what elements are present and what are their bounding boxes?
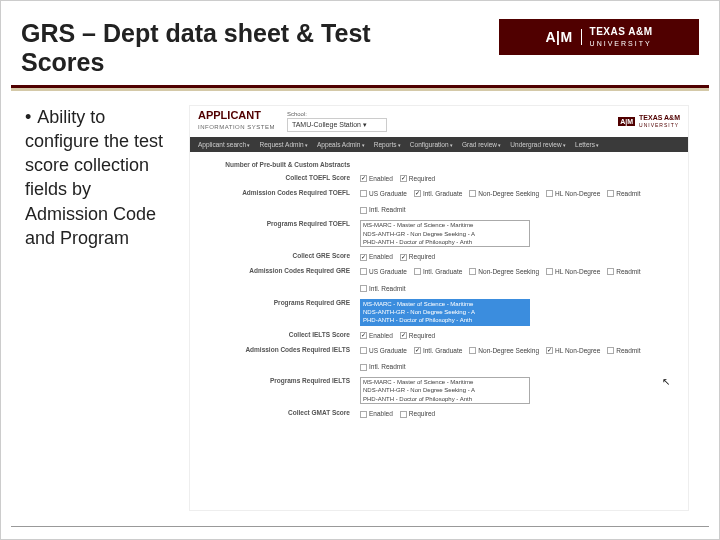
atm-mark: A|M bbox=[545, 29, 581, 45]
nav-item[interactable]: Configuration bbox=[410, 141, 453, 148]
footer-divider bbox=[11, 526, 709, 527]
nav-item[interactable]: Reports bbox=[374, 141, 401, 148]
slide: GRS – Dept data sheet & Test Scores A|M … bbox=[0, 0, 720, 540]
checkbox-required[interactable]: ✓Required bbox=[400, 174, 435, 184]
checkbox-enabled[interactable]: ✓Enabled bbox=[360, 174, 393, 184]
school-select[interactable]: School: TAMU-College Station ▾ bbox=[287, 111, 387, 132]
app-navbar: Applicant search Request Admin Appeals A… bbox=[190, 137, 688, 152]
header: GRS – Dept data sheet & Test Scores A|M … bbox=[1, 1, 719, 85]
content: •Ability to configure the test score col… bbox=[1, 91, 719, 521]
tamu-mini-logo: A|M TEXAS A&MUNIVERSITY bbox=[618, 114, 680, 128]
nav-item[interactable]: Appeals Admin bbox=[317, 141, 365, 148]
bullet-text: •Ability to configure the test score col… bbox=[25, 105, 175, 511]
listbox-gre[interactable]: MS-MARC - Master of Science - Maritime N… bbox=[360, 299, 530, 326]
nav-item[interactable]: Undergrad review bbox=[510, 141, 566, 148]
form-area: Number of Pre-built & Custom Abstracts C… bbox=[190, 152, 688, 428]
listbox-toefl[interactable]: MS-MARC - Master of Science - Maritime N… bbox=[360, 220, 530, 247]
nav-item[interactable]: Applicant search bbox=[198, 141, 250, 148]
tamu-logo: A|M TEXAS A&MUNIVERSITY bbox=[499, 19, 699, 55]
cursor-icon: ↖ bbox=[662, 376, 670, 387]
nav-item[interactable]: Request Admin bbox=[259, 141, 307, 148]
embedded-screenshot: APPLICANTINFORMATION SYSTEM School: TAMU… bbox=[189, 105, 689, 511]
app-logo: APPLICANTINFORMATION SYSTEM bbox=[198, 111, 275, 131]
slide-title: GRS – Dept data sheet & Test Scores bbox=[21, 19, 421, 77]
app-header: APPLICANTINFORMATION SYSTEM School: TAMU… bbox=[190, 106, 688, 137]
nav-item[interactable]: Letters bbox=[575, 141, 599, 148]
listbox-ielts[interactable]: MS-MARC - Master of Science - Maritime N… bbox=[360, 377, 530, 404]
bullet-dot: • bbox=[25, 105, 31, 129]
nav-item[interactable]: Grad review bbox=[462, 141, 501, 148]
